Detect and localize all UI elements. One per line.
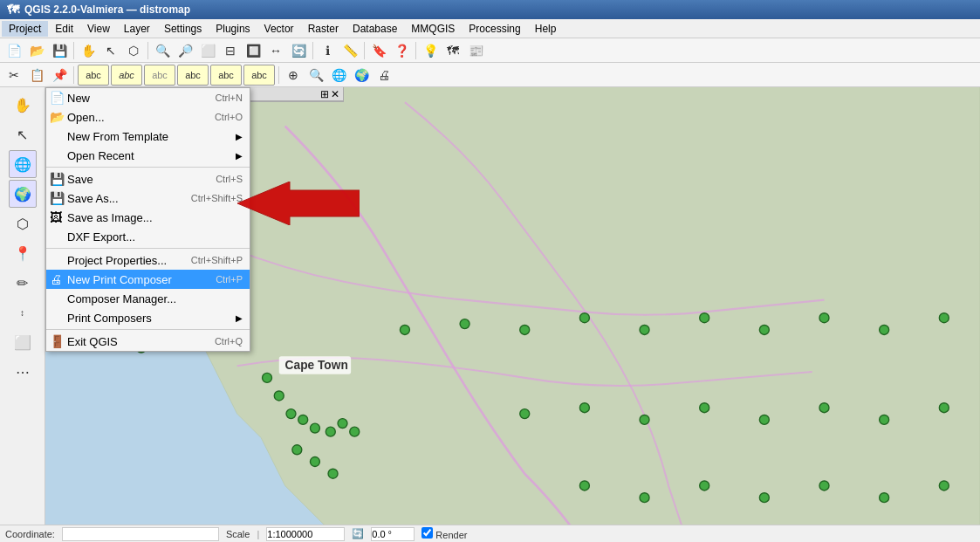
menu-mmqgis[interactable]: MMQGIS	[404, 21, 462, 37]
sep-1	[46, 167, 250, 168]
bookmark-btn[interactable]: 🔖	[368, 40, 389, 61]
menu-layer[interactable]: Layer	[117, 21, 157, 37]
toolbar-2: ✂ 📋 📌 abc abc abc abc abc abc ⊕ 🔍 🌐 🌍 🖨	[0, 63, 980, 87]
menu-plugins[interactable]: Plugins	[209, 21, 257, 37]
panel-close-btn[interactable]: ✕	[331, 88, 339, 100]
exit-shortcut: Ctrl+Q	[197, 336, 243, 346]
left-vector-btn[interactable]: ⬡	[9, 209, 37, 237]
rotation-input[interactable]	[371, 527, 415, 541]
render-checkbox[interactable]	[421, 527, 433, 539]
project-props-shortcut: Ctrl+Shift+P	[174, 255, 243, 265]
label-btn-5[interactable]: abc	[210, 65, 242, 86]
measure-btn[interactable]: 📏	[339, 40, 360, 61]
render-label: Render	[421, 527, 467, 540]
coord-input[interactable]	[62, 527, 219, 541]
new-shortcut: Ctrl+N	[198, 93, 243, 103]
tb-sep-4	[364, 42, 365, 59]
left-globe-btn1[interactable]: 🌐	[9, 150, 37, 178]
digitize-btn[interactable]: ⊕	[283, 65, 304, 86]
menu-raster[interactable]: Raster	[301, 21, 346, 37]
left-pan-btn[interactable]: ✋	[9, 91, 37, 119]
compose-btn[interactable]: 📰	[465, 40, 486, 61]
left-edit-btn[interactable]: ✏	[9, 269, 37, 297]
submenu-arrow: ▶	[236, 132, 243, 141]
cut-btn[interactable]: ✂	[3, 65, 24, 86]
about-btn[interactable]: 🗺	[442, 40, 463, 61]
zoom-select-btn[interactable]: 🔲	[243, 40, 264, 61]
zoom-layer-btn[interactable]: ⊟	[220, 40, 241, 61]
globe-btn2[interactable]: 🌍	[351, 65, 372, 86]
menu-item-save[interactable]: 💾 Save Ctrl+S	[46, 169, 250, 189]
menu-item-exit[interactable]: 🚪 Exit QGIS Ctrl+Q	[46, 332, 250, 351]
panel-maximize-btn[interactable]: ⊞	[320, 88, 329, 100]
menu-item-new-print-composer[interactable]: 🖨 New Print Composer Ctrl+P	[46, 270, 250, 289]
menu-item-dxf-export[interactable]: DXF Export...	[46, 227, 250, 246]
menu-vector[interactable]: Vector	[257, 21, 301, 37]
sep-3	[46, 329, 250, 330]
svg-point-49	[939, 403, 949, 413]
menu-item-save-as[interactable]: 💾 Save As... Ctrl+Shift+S	[46, 189, 250, 208]
svg-point-48	[880, 415, 889, 424]
menu-item-print-composers[interactable]: Print Composers ▶	[46, 308, 250, 327]
left-arrow-btn[interactable]: ↖	[9, 120, 37, 148]
left-pin-btn[interactable]: 📍	[9, 239, 37, 267]
menu-item-save-as-image[interactable]: 🖼 Save as Image...	[46, 208, 250, 227]
zoom-full-btn[interactable]: ⬜	[197, 40, 218, 61]
scale-input[interactable]	[266, 527, 345, 541]
scale-label: Scale	[226, 529, 250, 539]
menu-item-open[interactable]: 📂 Open... Ctrl+O	[46, 107, 250, 127]
menu-item-composer-manager[interactable]: Composer Manager...	[46, 289, 250, 308]
menu-item-new-from-template[interactable]: New From Template ▶	[46, 127, 250, 146]
open-project-btn[interactable]: 📂	[26, 40, 47, 61]
help-btn[interactable]: ❓	[391, 40, 412, 61]
zoom-in-btn[interactable]: 🔍	[152, 40, 173, 61]
label-btn-3[interactable]: abc	[144, 65, 175, 86]
print-btn[interactable]: 🖨	[373, 65, 394, 86]
label-btn-1[interactable]: abc	[78, 65, 109, 86]
main-area: ✋ ↖ 🌐 🌍 ⬡ 📍 ✏ ↕ ⬜ ⋯ Layers ⊞ ✕	[0, 87, 980, 525]
tips-btn[interactable]: 💡	[420, 40, 441, 61]
cursor-btn[interactable]: ↖	[100, 40, 121, 61]
svg-point-50	[579, 481, 589, 491]
svg-point-27	[338, 419, 347, 429]
pan-map-btn[interactable]: ↔	[265, 40, 286, 61]
left-dots-btn[interactable]: ⋯	[9, 358, 37, 386]
exit-icon: 🚪	[50, 334, 65, 348]
menu-settings[interactable]: Settings	[157, 21, 209, 37]
print-composers-label: Print Composers	[67, 312, 152, 325]
globe-btn1[interactable]: 🌐	[328, 65, 349, 86]
search-btn[interactable]: 🔍	[305, 65, 326, 86]
pan-btn[interactable]: ✋	[78, 40, 99, 61]
menu-item-project-props[interactable]: Project Properties... Ctrl+Shift+P	[46, 250, 250, 270]
select-btn[interactable]: ⬡	[123, 40, 144, 61]
menu-edit[interactable]: Edit	[48, 21, 80, 37]
svg-point-35	[579, 313, 589, 323]
identify-btn[interactable]: ℹ	[317, 40, 338, 61]
menu-project[interactable]: Project	[2, 21, 48, 37]
menu-database[interactable]: Database	[346, 21, 404, 37]
save-project-btn[interactable]: 💾	[49, 40, 70, 61]
label-btn-2[interactable]: abc	[111, 65, 142, 86]
statusbar: Coordinate: Scale | 🔄 Render	[0, 525, 980, 542]
svg-point-29	[292, 445, 302, 455]
label-btn-6[interactable]: abc	[243, 65, 275, 86]
menu-view[interactable]: View	[80, 21, 117, 37]
new-project-btn[interactable]: 📄	[3, 40, 24, 61]
paste-btn[interactable]: 📌	[49, 65, 70, 86]
menu-item-open-recent[interactable]: Open Recent ▶	[46, 146, 250, 165]
zoom-out-btn[interactable]: 🔎	[175, 40, 195, 61]
left-globe-btn2[interactable]: 🌍	[9, 180, 37, 208]
menu-processing[interactable]: Processing	[462, 21, 527, 37]
label-btn-4[interactable]: abc	[177, 65, 209, 86]
copy-btn[interactable]: 📋	[26, 65, 47, 86]
open-label: Open...	[67, 111, 105, 124]
left-arrow-down-btn[interactable]: ↕	[9, 298, 37, 326]
menu-item-new[interactable]: 📄 New Ctrl+N	[46, 88, 250, 107]
coord-label: Coordinate:	[5, 529, 55, 539]
refresh-btn[interactable]: 🔄	[288, 40, 309, 61]
menu-help[interactable]: Help	[528, 21, 564, 37]
title-icon: 🗺	[7, 3, 19, 17]
menubar: Project Edit View Layer Settings Plugins…	[0, 19, 980, 38]
svg-point-31	[328, 469, 338, 478]
left-shape-btn[interactable]: ⬜	[9, 328, 37, 356]
